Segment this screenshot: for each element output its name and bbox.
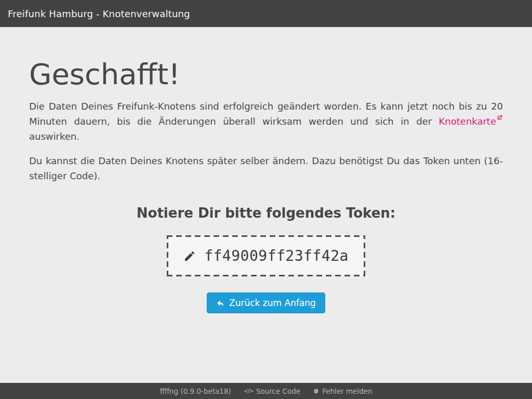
page-title: Geschafft!	[29, 58, 503, 90]
token-info-paragraph: Du kannst die Daten Deines Knotens späte…	[29, 153, 503, 184]
paragraph1-text-before: Die Daten Deines Freifunk-Knotens sind e…	[29, 101, 503, 127]
token-value: ff49009ff23ff42a	[204, 247, 349, 264]
page: Freifunk Hamburg - Knotenverwaltung Gesc…	[0, 0, 532, 399]
success-paragraph: Die Daten Deines Freifunk-Knotens sind e…	[29, 99, 503, 144]
header-bar: Freifunk Hamburg - Knotenverwaltung	[0, 0, 532, 27]
knotenkarte-link[interactable]: Knotenkarte	[439, 116, 503, 127]
source-code-link[interactable]: </>Source Code	[244, 387, 300, 395]
pencil-icon	[183, 250, 196, 262]
code-icon: </>	[244, 388, 254, 394]
footer-bar: ffffng (0.9.0-beta18) </>Source Code Feh…	[0, 383, 532, 399]
report-bug-link[interactable]: Fehler melden	[313, 387, 372, 395]
app-title: Freifunk Hamburg - Knotenverwaltung	[8, 8, 190, 19]
external-link-icon	[496, 116, 503, 127]
back-to-start-button[interactable]: Zurück zum Anfang	[207, 292, 325, 313]
token-heading: Notiere Dir bitte folgendes Token:	[29, 205, 503, 221]
bug-icon	[313, 388, 320, 394]
reply-icon	[216, 299, 225, 308]
footer-version: ffffng (0.9.0-beta18)	[159, 387, 231, 395]
back-button-label: Zurück zum Anfang	[229, 298, 316, 308]
token-section: Notiere Dir bitte folgendes Token: ff490…	[29, 205, 503, 313]
main-content: Geschafft! Die Daten Deines Freifunk-Kno…	[0, 27, 532, 383]
token-box: ff49009ff23ff42a	[167, 235, 365, 276]
paragraph1-text-after: auswirken.	[29, 131, 79, 142]
